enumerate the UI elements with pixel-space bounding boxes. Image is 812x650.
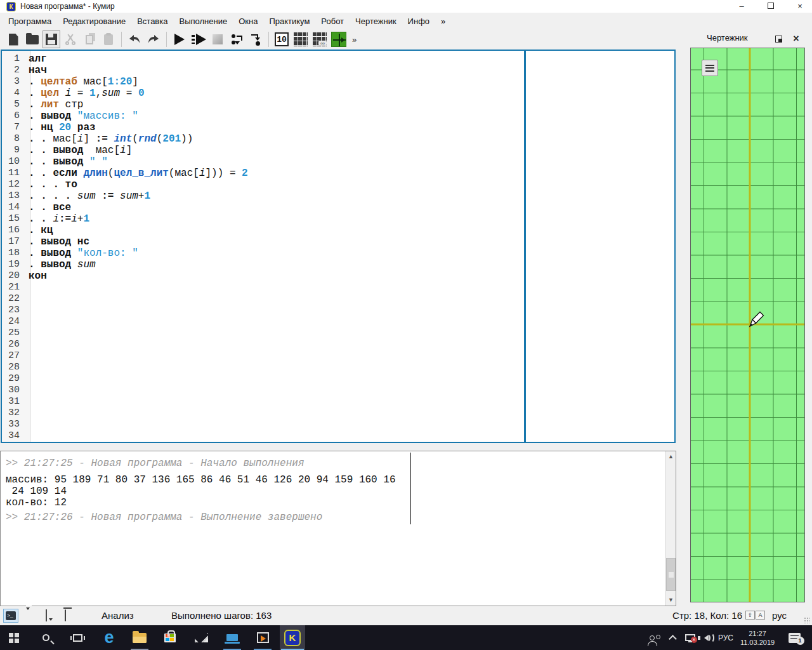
tray-overflow-button[interactable] (665, 625, 680, 650)
scroll-up-arrow[interactable]: ▲ (665, 451, 676, 462)
line-number: 19 (2, 259, 26, 270)
line-number: 20 (2, 270, 26, 282)
resize-grip[interactable] (804, 617, 810, 623)
redo-button[interactable] (145, 30, 162, 48)
date: 11.03.2019 (740, 638, 775, 647)
task-view-button[interactable] (63, 625, 91, 650)
menu-item[interactable]: Вставка (131, 15, 173, 28)
drawer-menu-button[interactable] (702, 60, 718, 76)
output-panel[interactable]: >> 21:27:25 - Новая программа - Начало в… (0, 451, 676, 606)
output-line: массив: 95 189 71 80 37 136 165 86 46 51… (6, 474, 660, 486)
mail-icon (195, 633, 208, 642)
drawer-close-button[interactable]: × (790, 33, 802, 44)
copy-button[interactable] (81, 30, 98, 48)
drawer-dock: Чертежник × (690, 30, 806, 606)
line-number: 8 (2, 133, 26, 145)
scrollbar-thumb[interactable] (666, 558, 676, 591)
language-button[interactable]: РУС (714, 625, 737, 650)
show-variables-button[interactable]: 10 (273, 30, 291, 48)
code-line (26, 396, 29, 408)
code-rows: 1алг2нач3. целтаб мас[1:20]4. цел i = 1,… (2, 53, 522, 442)
menu-item[interactable]: Робот (315, 15, 350, 28)
step-into-button[interactable] (247, 30, 265, 48)
code-line (26, 408, 29, 419)
clear-output-button[interactable] (65, 610, 66, 621)
menu-item[interactable]: Инфо (402, 15, 435, 28)
action-center-button[interactable]: 1 (780, 625, 808, 650)
code-line: . . вывод мас[i] (26, 145, 132, 156)
copy-output-button[interactable] (46, 610, 47, 621)
volume-button[interactable] (697, 625, 716, 650)
mail-button[interactable] (187, 625, 215, 650)
line-number: 31 (2, 396, 26, 408)
search-icon (43, 634, 49, 641)
line-number: 4 (2, 88, 26, 99)
show-robot-remote-button[interactable]: oo (311, 30, 329, 48)
run-icon (174, 34, 185, 45)
output-line: 24 109 14 (6, 486, 660, 497)
search-button[interactable] (32, 625, 60, 650)
maximize-button[interactable] (760, 0, 782, 13)
code-line: . нц 20 раз (26, 122, 96, 133)
code-line: . вывод нс (26, 236, 89, 248)
menu-item[interactable]: Выполнение (173, 15, 233, 28)
new-file-button[interactable] (4, 30, 22, 48)
store-button[interactable] (156, 625, 184, 650)
step-over-button[interactable] (228, 30, 246, 48)
drawer-canvas[interactable] (690, 48, 805, 602)
computer-button[interactable] (218, 625, 246, 650)
start-button[interactable] (0, 625, 28, 650)
menu-item[interactable]: Чертежник (350, 15, 402, 28)
menu-item[interactable]: » (435, 15, 451, 28)
folder-icon (133, 633, 147, 643)
save-file-button[interactable] (43, 30, 60, 48)
toolbar-overflow-button[interactable]: » (352, 35, 357, 44)
code-line: . . все (26, 202, 71, 213)
output-line: >> 21:27:25 - Новая программа - Начало в… (6, 458, 660, 469)
status-bar: >_ Анализ Выполнено шагов: 163 Стр: 18, … (0, 606, 812, 625)
code-line: . лит стр (26, 99, 83, 110)
status-mode: Анализ (102, 610, 134, 621)
caps-indicator-icon: ⇧ (745, 611, 755, 620)
menu-item[interactable]: Практикум (263, 15, 315, 28)
file-explorer-button[interactable] (126, 625, 154, 650)
menu-item[interactable]: Окна (233, 15, 263, 28)
edge-button[interactable]: e (95, 625, 123, 650)
menu-item[interactable]: Программа (3, 15, 57, 28)
edge-icon: e (104, 629, 114, 646)
drawer-field (691, 48, 804, 602)
drawer-float-button[interactable] (773, 33, 784, 44)
output-scrollbar[interactable]: ▲ ▼ (665, 451, 676, 606)
run-button[interactable] (171, 30, 188, 48)
cut-button[interactable] (62, 30, 79, 48)
code-line: . вывод "массив: " (26, 110, 138, 122)
drawer-title: Чертежник (690, 30, 806, 47)
run-blind-button[interactable] (190, 30, 207, 48)
line-number: 6 (2, 110, 26, 122)
scroll-down-arrow[interactable]: ▼ (665, 595, 676, 606)
code-line: алг (26, 53, 47, 65)
line-number: 25 (2, 328, 26, 339)
open-file-button[interactable] (23, 30, 41, 48)
paste-button[interactable] (100, 30, 117, 48)
code-line (26, 419, 29, 430)
people-button[interactable] (642, 625, 662, 650)
kumir-taskbar-button[interactable]: K (280, 625, 305, 650)
code-line: кон (26, 270, 47, 282)
close-button[interactable]: × (789, 0, 811, 13)
show-robot-field-button[interactable] (292, 30, 310, 48)
menu-item[interactable]: Редактирование (57, 15, 131, 28)
minimize-button[interactable]: – (731, 0, 752, 13)
toggle-console-button[interactable]: >_ (3, 609, 18, 623)
stop-button[interactable] (209, 30, 226, 48)
undo-button[interactable] (126, 30, 143, 48)
code-line: нач (26, 65, 47, 76)
code-editor[interactable]: 1алг2нач3. целтаб мас[1:20]4. цел i = 1,… (1, 50, 676, 443)
movies-button[interactable] (249, 625, 277, 650)
save-icon (46, 34, 57, 45)
paste-icon (104, 34, 113, 45)
run-blind-icon (192, 34, 206, 45)
clock-button[interactable]: 21:27 11.03.2019 (737, 625, 778, 650)
show-drawer-button[interactable] (330, 30, 348, 48)
code-line (26, 316, 29, 328)
